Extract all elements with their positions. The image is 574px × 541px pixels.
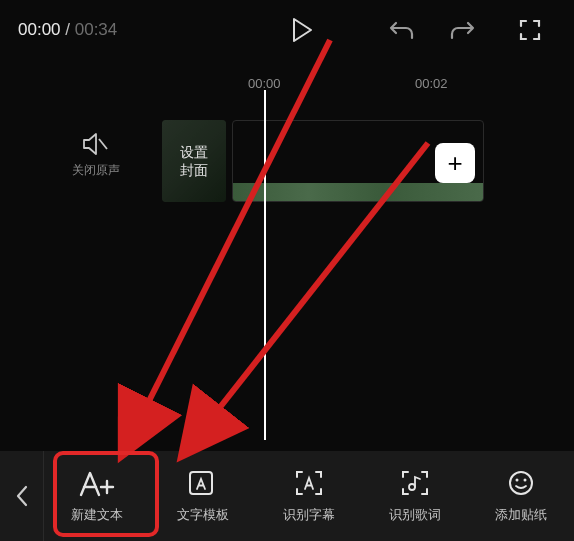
add-clip-button[interactable]: + xyxy=(435,143,475,183)
redo-button[interactable] xyxy=(436,10,488,50)
plus-icon: + xyxy=(447,148,462,179)
back-button[interactable] xyxy=(0,451,44,541)
fullscreen-button[interactable] xyxy=(504,10,556,50)
recognize-subtitle-button[interactable]: 识别字幕 xyxy=(256,451,362,541)
svg-point-6 xyxy=(510,472,532,494)
ruler-tick: 00:00 xyxy=(248,76,281,91)
tool-label: 识别歌词 xyxy=(389,506,441,524)
speaker-mute-icon xyxy=(82,132,110,156)
svg-point-7 xyxy=(516,479,519,482)
chevron-left-icon xyxy=(15,484,29,508)
cover-label-line: 设置 xyxy=(180,143,208,161)
cover-label-line: 封面 xyxy=(180,161,208,179)
play-button[interactable] xyxy=(276,10,328,50)
text-template-icon xyxy=(188,469,218,497)
text-template-button[interactable]: 文字模板 xyxy=(150,451,256,541)
video-clip[interactable]: + xyxy=(232,120,484,202)
time-current: 00:00 xyxy=(18,20,61,39)
ruler-tick: 00:02 xyxy=(415,76,448,91)
timeline-ruler: 00:00 00:02 xyxy=(0,76,574,102)
time-display: 00:00 / 00:34 xyxy=(18,20,117,40)
top-bar: 00:00 / 00:34 xyxy=(0,0,574,60)
clip-thumbnail-strip xyxy=(233,183,483,201)
mute-audio-button[interactable]: 关闭原声 xyxy=(72,132,120,179)
recognize-lyrics-button[interactable]: 识别歌词 xyxy=(362,451,468,541)
mute-label: 关闭原声 xyxy=(72,162,120,179)
text-add-icon xyxy=(78,469,116,497)
recognize-lyrics-icon xyxy=(400,469,430,497)
redo-icon xyxy=(449,19,475,41)
svg-line-0 xyxy=(99,139,107,149)
recognize-subtitle-icon xyxy=(294,469,324,497)
undo-button[interactable] xyxy=(376,10,428,50)
time-total: 00:34 xyxy=(75,20,118,39)
tool-label: 识别字幕 xyxy=(283,506,335,524)
time-separator: / xyxy=(61,20,75,39)
fullscreen-icon xyxy=(519,19,541,41)
tool-label: 文字模板 xyxy=(177,506,229,524)
play-icon xyxy=(291,17,313,43)
timeline-area: 关闭原声 设置 封面 + xyxy=(0,102,574,242)
tool-label: 添加贴纸 xyxy=(495,506,547,524)
tracks-row: 设置 封面 + xyxy=(162,120,484,202)
set-cover-button[interactable]: 设置 封面 xyxy=(162,120,226,202)
svg-point-8 xyxy=(524,479,527,482)
new-text-button[interactable]: 新建文本 xyxy=(44,451,150,541)
tool-label: 新建文本 xyxy=(71,506,123,524)
add-sticker-button[interactable]: 添加贴纸 xyxy=(468,451,574,541)
playhead[interactable] xyxy=(264,90,266,440)
undo-icon xyxy=(389,19,415,41)
sticker-icon xyxy=(507,469,535,497)
bottom-toolbar: 新建文本 文字模板 识别字幕 识别歌词 xyxy=(0,451,574,541)
